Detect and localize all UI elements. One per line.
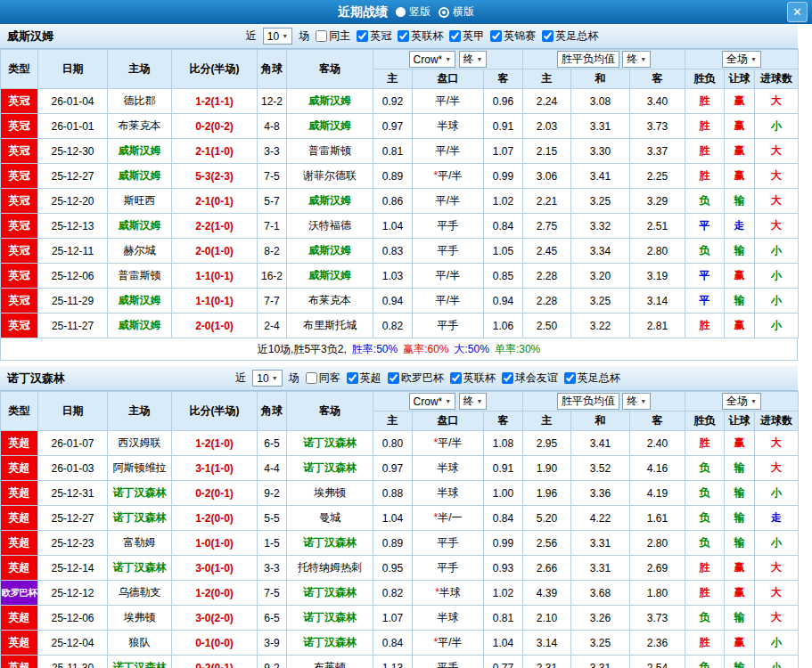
filter-checkbox-英甲[interactable]: 英甲 xyxy=(449,29,484,44)
result-goals: 大 xyxy=(755,556,799,581)
result-wdl: 平 xyxy=(685,214,725,239)
score: 1-2(0-0) xyxy=(172,581,258,606)
col-home: 主场 xyxy=(108,392,172,431)
match-count-select-0[interactable]: 10 ▼ xyxy=(263,28,292,45)
league-type: 欧罗巴杯 xyxy=(1,581,38,606)
away-team: 威斯汉姆 xyxy=(287,239,373,264)
layout-radio-vertical[interactable]: 竖版 xyxy=(396,4,431,20)
filter-checkbox-欧罗巴杯[interactable]: 欧罗巴杯 xyxy=(388,371,444,386)
checkbox-input[interactable] xyxy=(357,30,368,42)
chevron-down-icon: ▼ xyxy=(750,398,757,404)
avg-draw: 3.52 xyxy=(571,456,630,481)
avg-away: 3.14 xyxy=(630,289,685,314)
away-team: 威斯汉姆 xyxy=(287,114,373,139)
result-handicap: 赢 xyxy=(725,114,755,139)
odds-home: 0.80 xyxy=(373,431,413,456)
result-handicap: 赢 xyxy=(725,556,755,581)
result-goals: 大 xyxy=(755,164,799,189)
match-count-select-1[interactable]: 10 ▼ xyxy=(252,370,282,387)
team-section-bar-0: 威斯汉姆 近 10 ▼ 场 同主英冠英联杯英甲英锦赛英足总杯 xyxy=(0,24,798,49)
checkbox-input[interactable] xyxy=(306,372,317,384)
team-name-0: 威斯汉姆 xyxy=(7,29,53,45)
checkbox-input[interactable] xyxy=(490,30,502,42)
match-row: 英超25-11-30诺丁汉森林0-2(0-1)9-2布莱顿1.13平手0.772… xyxy=(1,656,799,668)
col-odds-home: 主 xyxy=(373,69,413,89)
filter-checkbox-英足总杯[interactable]: 英足总杯 xyxy=(564,371,620,386)
filter-checkbox-英冠[interactable]: 英冠 xyxy=(357,29,391,44)
corners: 4-8 xyxy=(258,114,287,139)
col-avg-home: 主 xyxy=(523,69,571,89)
checkbox-input[interactable] xyxy=(450,372,462,384)
filter-checkbox-英足总杯[interactable]: 英足总杯 xyxy=(542,29,598,44)
odds-away: 0.96 xyxy=(484,89,523,114)
avg-stage-select[interactable]: 终 ▼ xyxy=(622,51,651,68)
avg-stage-select[interactable]: 终 ▼ xyxy=(622,393,651,410)
home-team: 斯旺西 xyxy=(108,189,172,214)
match-row: 英冠25-12-27威斯汉姆5-3(2-3)7-5谢菲尔德联0.89*平/半0.… xyxy=(1,164,799,189)
filter-checkbox-英联杯[interactable]: 英联杯 xyxy=(398,29,443,44)
filter-checkbox-同客[interactable]: 同客 xyxy=(306,371,340,386)
odds-stage-select[interactable]: 终 ▼ xyxy=(459,393,488,410)
checkbox-input[interactable] xyxy=(316,30,327,42)
checkbox-input[interactable] xyxy=(502,372,513,384)
match-date: 26-01-01 xyxy=(38,114,108,139)
filter-checkbox-英超[interactable]: 英超 xyxy=(347,371,381,386)
checkbox-input[interactable] xyxy=(449,30,461,42)
avg-draw: 3.22 xyxy=(571,314,630,338)
scope-select[interactable]: 全场 ▼ xyxy=(722,51,761,68)
avg-away: 2.51 xyxy=(630,214,685,239)
games-label: 场 xyxy=(289,371,299,386)
checkbox-input[interactable] xyxy=(388,372,399,384)
close-button[interactable]: ✕ xyxy=(787,2,808,22)
match-row: 英冠25-11-27威斯汉姆2-0(1-0)2-4布里斯托城0.82平手1.06… xyxy=(1,314,799,338)
odds-provider-select[interactable]: Crow* ▼ xyxy=(409,51,456,68)
odds-stage-select[interactable]: 终 ▼ xyxy=(459,51,488,68)
checkbox-input[interactable] xyxy=(398,30,409,42)
filter-checkbox-球会友谊[interactable]: 球会友谊 xyxy=(502,371,558,386)
odds-away: 1.08 xyxy=(484,431,523,456)
avg-away: 2.80 xyxy=(630,239,685,264)
avg-away: 4.16 xyxy=(630,456,685,481)
checkbox-input[interactable] xyxy=(564,372,576,384)
avg-home: 5.20 xyxy=(523,506,571,531)
layout-radio-horizontal[interactable]: 横版 xyxy=(439,4,474,20)
match-date: 25-12-04 xyxy=(38,631,108,656)
league-type: 英冠 xyxy=(1,114,38,139)
col-handicap: 盘口 xyxy=(413,69,484,89)
away-team: 诺丁汉森林 xyxy=(287,631,373,656)
match-row: 英冠25-12-06普雷斯顿1-1(0-1)16-2威斯汉姆1.03平/半0.8… xyxy=(1,264,799,289)
avg-away: 3.73 xyxy=(630,606,685,631)
filter-checkbox-英锦赛[interactable]: 英锦赛 xyxy=(490,29,536,44)
home-team: 威斯汉姆 xyxy=(108,289,172,314)
avg-select[interactable]: 胜平负均值 xyxy=(557,393,619,410)
filter-checkbox-英联杯[interactable]: 英联杯 xyxy=(450,371,496,386)
league-type: 英超 xyxy=(1,631,38,656)
league-type: 英超 xyxy=(1,481,38,506)
col-result-wdl: 胜负 xyxy=(685,69,725,89)
result-wdl: 胜 xyxy=(685,114,725,139)
odds-away: 0.77 xyxy=(484,656,523,668)
odds-home: 0.86 xyxy=(373,189,413,214)
scope-select[interactable]: 全场 ▼ xyxy=(722,393,761,410)
filter-checkbox-同主[interactable]: 同主 xyxy=(316,29,350,44)
result-handicap: 输 xyxy=(725,481,755,506)
checkbox-input[interactable] xyxy=(347,372,358,384)
score: 0-1(0-0) xyxy=(172,631,258,656)
result-handicap: 赢 xyxy=(725,139,755,164)
avg-draw: 3.08 xyxy=(571,89,630,114)
col-type: 类型 xyxy=(1,392,38,431)
col-date: 日期 xyxy=(38,50,108,89)
corners: 5-5 xyxy=(258,506,287,531)
checkbox-input[interactable] xyxy=(542,30,554,42)
score: 0-2(0-2) xyxy=(172,114,258,139)
odds-away: 1.04 xyxy=(484,631,523,656)
league-type: 英超 xyxy=(1,506,38,531)
odds-provider-select[interactable]: Crow* ▼ xyxy=(409,393,456,410)
avg-home: 4.39 xyxy=(523,581,571,606)
league-type: 英冠 xyxy=(1,289,38,314)
away-team: 威斯汉姆 xyxy=(287,189,373,214)
handicap: 平/半 xyxy=(413,289,484,314)
avg-select[interactable]: 胜平负均值 xyxy=(557,51,619,68)
col-odds-home: 主 xyxy=(373,411,413,431)
summary-stat: 单率:30% xyxy=(495,342,540,357)
